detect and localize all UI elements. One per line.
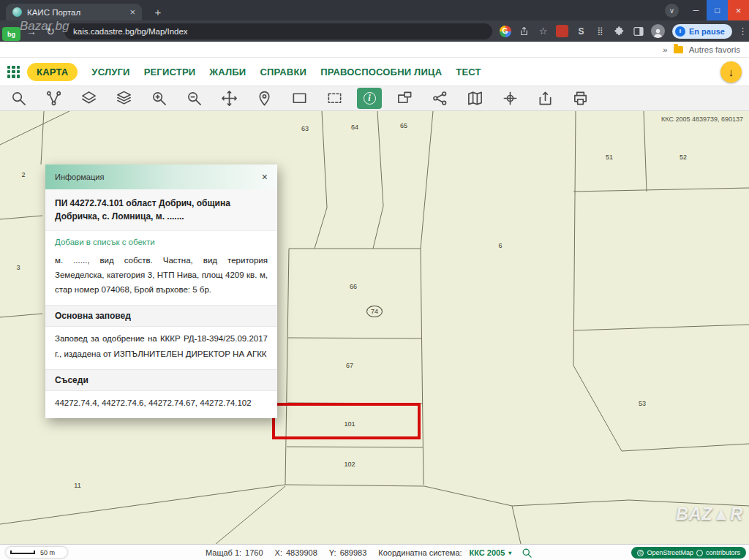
info-panel-close-icon[interactable]: × [262,171,268,183]
new-tab-button[interactable]: + [151,4,165,19]
parcel-label-65: 65 [400,122,407,129]
info-panel: Информация × ПИ 44272.74.101 област Добр… [45,164,277,418]
parcel-label-6: 6 [498,242,502,249]
back-icon[interactable]: ← [3,26,22,37]
info-tool-icon[interactable]: i [357,88,382,109]
y-value: 689983 [340,548,367,557]
browser-menu-icon[interactable]: ⋮ [738,26,748,37]
layers-tool-icon[interactable] [76,88,101,109]
parcel-label-2: 2 [21,171,25,178]
map-status-bar: 50 m Мащаб 1: 1760 X: 4839908 Y: 689983 … [0,544,749,560]
info-panel-header: Информация × [45,164,277,189]
share-tool-icon[interactable] [427,88,452,109]
site-favicon [12,7,22,17]
add-to-list-link[interactable]: Добави в списък с обекти [45,231,277,249]
side-panel-icon[interactable] [632,25,644,37]
export-tool-icon[interactable] [532,88,557,109]
nav-item-1[interactable]: УСЛУГИ [91,67,129,77]
print-tool-icon[interactable] [568,88,592,109]
order-section-title: Основна заповед [45,305,277,327]
folder-icon [674,46,683,53]
nav-item-6[interactable]: ТЕСТ [456,67,481,77]
layer-stack-tool-icon[interactable] [111,88,136,109]
copyright-icon: © [637,550,644,556]
tab-strip: КАИС Портал × + ∨ ─ □ × [0,0,749,20]
y-label: Y: [329,548,336,557]
pause-icon: ‖ [675,26,685,37]
coordinate-search-icon[interactable] [522,548,532,559]
info-dot-icon [696,550,703,556]
search-tool-icon[interactable] [6,88,31,109]
order-text: Заповед за одобрение на КККР РД-18-394/2… [45,327,277,368]
scale-bar-line [10,550,35,554]
crs-dropdown[interactable]: ККС 2005 ▾ [470,548,512,557]
rect-select-tool-icon[interactable] [287,88,312,109]
neighbors-list: 44272.74.4, 44272.74.6, 44272.74.67, 442… [45,391,277,418]
identify-tool-icon[interactable] [392,88,417,109]
sync-paused-button[interactable]: ‖ En pause [672,24,732,39]
bookmark-star-icon[interactable]: ☆ [537,25,549,37]
parcel-heading: ПИ 44272.74.101 област Добрич, община До… [45,189,277,231]
nav-items: КАРТАУСЛУГИРЕГИСТРИЖАЛБИСПРАВКИПРАВОСПОС… [27,63,481,81]
s-extension-icon[interactable]: S [575,25,587,37]
snap-tool-icon[interactable] [497,88,522,109]
cursor-coordinates-readout: ККС 2005 4839739, 690137 [661,116,743,123]
minimize-button[interactable]: ─ [685,0,707,20]
scale-bar: 50 m [6,547,67,558]
bookmarks-bar: » Autres favoris [0,42,749,58]
parcel-label-67: 67 [346,362,353,369]
parcel-label-53: 53 [639,400,646,407]
bookmarks-overflow-icon[interactable]: » [663,45,667,54]
parcel-label-102: 102 [344,461,355,468]
pan-tool-icon[interactable] [217,88,241,109]
parcel-label-74: 74 [366,306,383,317]
parcel-label-51: 51 [606,154,613,161]
tab-search-icon[interactable]: ∨ [665,4,679,18]
parcel-label-3: 3 [16,264,20,271]
browser-tab[interactable]: КАИС Портал × [6,4,142,20]
forward-icon[interactable]: → [22,26,41,37]
zoom-in-tool-icon[interactable] [146,88,171,109]
window-close-button[interactable]: × [728,0,749,20]
browser-window: КАИС Портал × + ∨ ─ □ × ← → ↻ kais.cadas… [0,0,749,560]
parcel-label-66: 66 [350,283,357,290]
parcel-label-52: 52 [680,154,687,161]
nav-item-4[interactable]: СПРАВКИ [260,67,306,77]
maximize-button[interactable]: □ [707,0,728,20]
scale-label: Мащаб 1: [206,548,241,557]
nav-item-5[interactable]: ПРАВОСПОСОБНИ ЛИЦА [320,67,442,77]
osm-attribution[interactable]: © OpenStreetMap contributors [631,547,746,559]
parcel-label-63: 63 [301,125,309,132]
x-value: 4839908 [286,548,317,557]
scale-bar-label: 50 m [40,549,55,556]
profile-avatar[interactable] [651,24,665,38]
x-label: X: [275,548,282,557]
rect-extent-tool-icon[interactable] [322,88,347,109]
nav-item-0[interactable]: КАРТА [27,63,78,81]
topology-tool-icon[interactable] [41,88,66,109]
zoom-out-tool-icon[interactable] [181,88,206,109]
tab-close-icon[interactable]: × [129,7,135,18]
share-icon[interactable] [518,25,530,37]
map-tool-icon[interactable] [462,88,487,109]
status-readouts: Мащаб 1: 1760 X: 4839908 Y: 689983 Коорд… [206,545,532,560]
parcel-label-64: 64 [351,124,358,131]
nav-item-3[interactable]: ЖАЛБИ [209,67,246,77]
google-lens-icon[interactable]: G [499,25,511,37]
adblock-extension-icon[interactable] [556,25,568,37]
extensions-puzzle-icon[interactable] [613,25,625,37]
address-bar: ← → ↻ kais.cadastre.bg/bg/Map/Index G ☆ … [0,20,749,42]
url-input[interactable]: kais.cadastre.bg/bg/Map/Index [64,23,492,39]
other-bookmarks-label[interactable]: Autres favoris [689,45,740,54]
nav-item-2[interactable]: РЕГИСТРИ [144,67,196,77]
download-button[interactable]: ↓ [720,61,742,83]
parcel-details: м. ......, вид собств. Частна, вид терит… [45,249,277,305]
apps-grid-icon[interactable] [7,66,20,78]
chevron-down-icon: ▾ [508,550,511,556]
tab-title: КАИС Портал [27,8,124,17]
marker-tool-icon[interactable] [252,88,276,109]
qr-extension-icon[interactable]: ⣿ [594,25,606,37]
url-text: kais.cadastre.bg/bg/Map/Index [73,27,188,36]
map-canvas[interactable]: 63646551522666743675310110211 ККС 2005 4… [0,111,749,544]
reload-icon[interactable]: ↻ [41,26,60,37]
